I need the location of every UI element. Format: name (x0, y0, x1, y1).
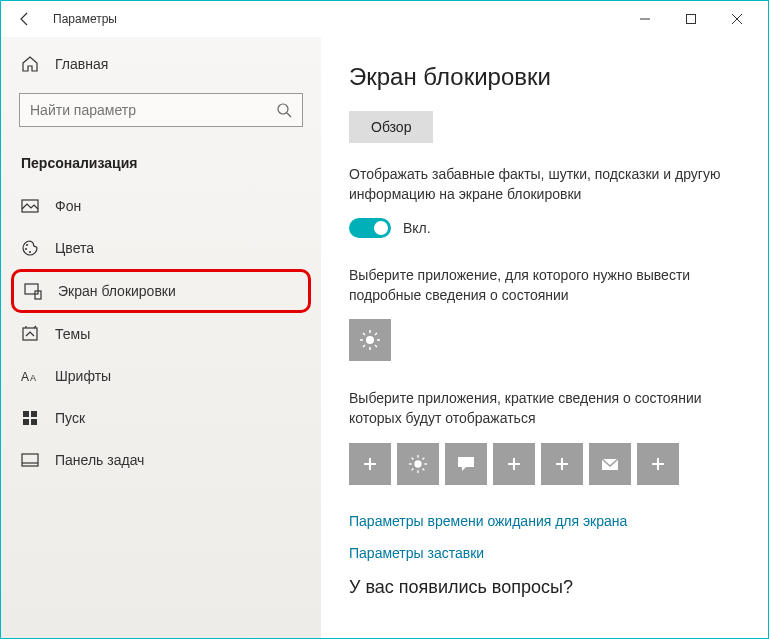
sidebar-item-background[interactable]: Фон (1, 185, 321, 227)
lockscreen-icon (24, 282, 42, 300)
sidebar-section-title: Персонализация (1, 145, 321, 185)
help-question: У вас появились вопросы? (349, 577, 738, 598)
page-title: Экран блокировки (349, 63, 738, 91)
maximize-button[interactable] (668, 3, 714, 35)
plus-icon (553, 455, 571, 473)
svg-line-24 (363, 333, 365, 335)
svg-point-2 (278, 104, 288, 114)
quick-apps-description: Выберите приложения, краткие сведения о … (349, 389, 738, 428)
search-input-container[interactable] (19, 93, 303, 127)
svg-rect-8 (25, 284, 38, 294)
start-icon (21, 409, 39, 427)
main-content: Экран блокировки Обзор Отображать забавн… (321, 37, 768, 638)
svg-point-6 (25, 248, 27, 250)
sidebar-item-label: Пуск (55, 410, 85, 426)
svg-rect-10 (23, 328, 37, 340)
svg-line-3 (287, 113, 291, 117)
fonts-icon: AA (21, 367, 39, 385)
plus-icon (361, 455, 379, 473)
sidebar-item-label: Экран блокировки (58, 283, 176, 299)
svg-rect-15 (23, 419, 29, 425)
search-icon (276, 102, 292, 118)
sidebar-item-themes[interactable]: Темы (1, 313, 321, 355)
sidebar-item-start[interactable]: Пуск (1, 397, 321, 439)
svg-point-19 (366, 336, 374, 344)
quick-status-tile-3[interactable] (445, 443, 487, 485)
svg-line-34 (423, 468, 425, 470)
minimize-button[interactable] (622, 3, 668, 35)
svg-rect-17 (22, 454, 38, 466)
fun-facts-toggle[interactable] (349, 218, 391, 238)
svg-point-5 (26, 244, 28, 246)
themes-icon (21, 325, 39, 343)
fun-facts-description: Отображать забавные факты, шутки, подска… (349, 165, 738, 204)
quick-status-tile-2[interactable] (397, 443, 439, 485)
svg-line-27 (363, 345, 365, 347)
quick-status-tile-1[interactable] (349, 443, 391, 485)
detailed-status-app-tile[interactable] (349, 319, 391, 361)
close-button[interactable] (714, 3, 760, 35)
quick-status-tile-7[interactable] (637, 443, 679, 485)
plus-icon (649, 455, 667, 473)
weather-icon (408, 454, 428, 474)
sidebar-item-fonts[interactable]: AA Шрифты (1, 355, 321, 397)
sidebar-home-label: Главная (55, 56, 108, 72)
message-icon (456, 454, 476, 474)
svg-line-25 (375, 345, 377, 347)
sidebar-item-taskbar[interactable]: Панель задач (1, 439, 321, 481)
svg-rect-1 (687, 15, 696, 24)
quick-status-tile-5[interactable] (541, 443, 583, 485)
svg-line-36 (412, 468, 414, 470)
sidebar-item-label: Темы (55, 326, 90, 342)
home-icon (21, 55, 39, 73)
quick-status-tile-6[interactable] (589, 443, 631, 485)
palette-icon (21, 239, 39, 257)
svg-point-28 (414, 460, 421, 467)
svg-line-33 (412, 457, 414, 459)
link-screensaver[interactable]: Параметры заставки (349, 545, 738, 561)
svg-point-7 (29, 251, 31, 253)
svg-line-26 (375, 333, 377, 335)
search-input[interactable] (30, 102, 276, 118)
sidebar: Главная Персонализация Фон Цвета (1, 37, 321, 638)
back-button[interactable] (9, 3, 41, 35)
quick-status-tile-4[interactable] (493, 443, 535, 485)
sidebar-item-label: Цвета (55, 240, 94, 256)
sidebar-home[interactable]: Главная (1, 45, 321, 83)
sidebar-item-label: Панель задач (55, 452, 144, 468)
link-screen-timeout[interactable]: Параметры времени ожидания для экрана (349, 513, 738, 529)
weather-icon (359, 329, 381, 351)
svg-rect-13 (23, 411, 29, 417)
svg-line-35 (423, 457, 425, 459)
sidebar-item-label: Шрифты (55, 368, 111, 384)
sidebar-item-colors[interactable]: Цвета (1, 227, 321, 269)
picture-icon (21, 197, 39, 215)
plus-icon (505, 455, 523, 473)
svg-rect-16 (31, 419, 37, 425)
sidebar-item-lockscreen[interactable]: Экран блокировки (11, 269, 311, 313)
toggle-state-label: Вкл. (403, 220, 431, 236)
svg-text:A: A (21, 370, 29, 383)
svg-rect-14 (31, 411, 37, 417)
detailed-app-description: Выберите приложение, для которого нужно … (349, 266, 738, 305)
svg-text:A: A (30, 373, 36, 383)
sidebar-item-label: Фон (55, 198, 81, 214)
mail-icon (600, 454, 620, 474)
browse-button[interactable]: Обзор (349, 111, 433, 143)
taskbar-icon (21, 451, 39, 469)
window-title: Параметры (53, 12, 117, 26)
